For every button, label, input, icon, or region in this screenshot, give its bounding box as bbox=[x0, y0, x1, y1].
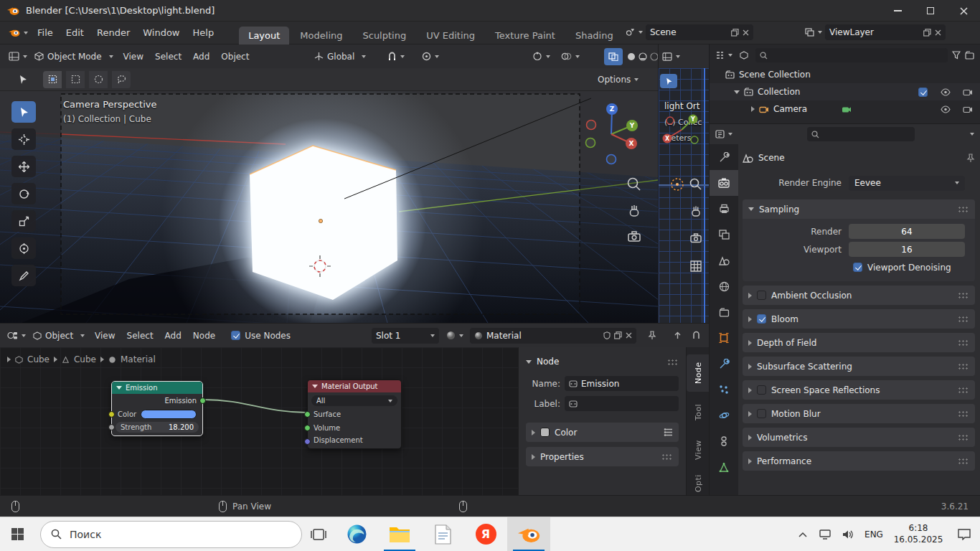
emission-node[interactable]: Emission Emission Color Strength 18.200 bbox=[111, 381, 203, 436]
copy-icon[interactable] bbox=[923, 29, 931, 37]
outliner-search-field[interactable] bbox=[755, 48, 948, 62]
viewport-menu-add[interactable]: Add bbox=[187, 52, 215, 62]
material-output-node[interactable]: Material Output All Surface Volume bbox=[307, 380, 402, 449]
panel-grip-icon[interactable] bbox=[958, 434, 969, 441]
fake-user-shield-icon[interactable] bbox=[603, 331, 611, 339]
subsurface-scattering-panel[interactable]: Subsurface Scattering bbox=[743, 357, 975, 376]
viewlayer-browse-icon[interactable] bbox=[805, 24, 822, 40]
active-tool-icon[interactable] bbox=[19, 75, 29, 85]
tab-tool[interactable]: Tool bbox=[687, 396, 710, 429]
viewport-menu-select[interactable]: Select bbox=[149, 52, 187, 62]
overlays-dropdown[interactable] bbox=[561, 52, 580, 61]
performance-panel[interactable]: Performance bbox=[743, 451, 975, 471]
sampling-viewport-field[interactable]: 16 bbox=[849, 242, 965, 257]
tab-viewlayer-properties[interactable] bbox=[710, 222, 738, 248]
sampling-render-field[interactable]: 64 bbox=[849, 224, 965, 239]
proportional-edit-toggle[interactable] bbox=[422, 52, 439, 61]
shading-solid-icon[interactable] bbox=[627, 52, 636, 61]
shader-menu-select[interactable]: Select bbox=[121, 331, 159, 341]
outliner-row-collection[interactable]: Collection bbox=[710, 83, 980, 100]
expand-icon[interactable] bbox=[751, 106, 755, 112]
shading-material-icon[interactable] bbox=[639, 52, 647, 61]
snap-toggle[interactable] bbox=[387, 52, 405, 61]
color-input-socket[interactable] bbox=[108, 411, 115, 418]
camera-view-icon[interactable] bbox=[689, 232, 703, 246]
preset-menu-icon[interactable] bbox=[664, 428, 673, 436]
hide-eye-icon[interactable] bbox=[941, 88, 951, 96]
tab-modifier-properties[interactable] bbox=[710, 351, 738, 377]
pin-icon[interactable] bbox=[966, 154, 975, 163]
workspace-tab-shading[interactable]: Shading bbox=[566, 27, 623, 44]
tab-view[interactable]: View bbox=[687, 433, 710, 466]
viewlayer-selector[interactable]: ViewLayer bbox=[825, 24, 946, 40]
properties-search-field[interactable] bbox=[807, 127, 915, 141]
panel-grip-icon[interactable] bbox=[958, 410, 969, 417]
move-tool[interactable] bbox=[11, 156, 36, 177]
tab-constraint-properties[interactable] bbox=[710, 428, 738, 454]
shader-type-selector[interactable]: Object bbox=[29, 331, 89, 341]
panel-grip-icon[interactable] bbox=[958, 458, 969, 464]
panel-grip-icon[interactable] bbox=[958, 206, 969, 212]
snap-icon[interactable] bbox=[692, 331, 701, 340]
viewport-3d-scene[interactable]: Z Y X bbox=[0, 91, 658, 323]
tray-chevron-icon[interactable] bbox=[792, 517, 814, 551]
editor-type-button[interactable] bbox=[6, 52, 30, 61]
panel-grip-icon[interactable] bbox=[958, 292, 969, 298]
taskbar-app-notepad[interactable] bbox=[421, 517, 464, 551]
strength-field[interactable]: Strength 18.200 bbox=[116, 422, 199, 433]
side-viewport-canvas[interactable]: light Ort (1) Collec Meters Y X bbox=[659, 68, 709, 323]
tray-speaker-icon[interactable] bbox=[837, 517, 859, 551]
scene-selector[interactable]: Scene bbox=[646, 24, 753, 40]
zoom-icon[interactable] bbox=[689, 177, 703, 192]
node-label-field[interactable] bbox=[565, 396, 679, 411]
hide-eye-icon[interactable] bbox=[941, 105, 951, 113]
node-name-field[interactable]: Emission bbox=[565, 376, 679, 391]
viewport-menu-view[interactable]: View bbox=[118, 52, 149, 62]
material-browse-button[interactable] bbox=[446, 331, 463, 340]
disable-render-camera-icon[interactable] bbox=[963, 88, 973, 96]
transform-tool[interactable] bbox=[11, 237, 36, 259]
bloom-panel[interactable]: Bloom bbox=[743, 309, 975, 329]
collection-checkbox[interactable] bbox=[918, 88, 928, 97]
show-gizmo-dropdown[interactable] bbox=[532, 52, 550, 61]
task-view-button[interactable] bbox=[302, 517, 335, 551]
use-nodes-checkbox[interactable]: Use Nodes bbox=[231, 331, 291, 341]
render-engine-dropdown[interactable]: Eevee bbox=[849, 176, 965, 191]
emission-output-socket[interactable] bbox=[199, 397, 206, 404]
tab-scene-properties[interactable] bbox=[710, 248, 738, 273]
panel-grip-icon[interactable] bbox=[661, 453, 673, 460]
notification-center-button[interactable] bbox=[948, 517, 980, 551]
color-panel-header[interactable]: Color bbox=[526, 423, 679, 442]
tab-world-properties[interactable] bbox=[710, 273, 738, 299]
collapse-icon[interactable] bbox=[116, 386, 122, 390]
breadcrumb-object[interactable]: Cube bbox=[27, 354, 50, 364]
tab-physics-properties[interactable] bbox=[710, 402, 738, 428]
maximize-button[interactable] bbox=[914, 0, 947, 22]
outliner-row-camera[interactable]: Camera bbox=[710, 100, 980, 118]
color-swatch[interactable] bbox=[540, 428, 550, 437]
app-menu-button[interactable] bbox=[6, 28, 31, 37]
chevron-down-icon[interactable] bbox=[970, 133, 974, 136]
ambient-occlusion-checkbox[interactable] bbox=[757, 291, 766, 300]
panel-grip-icon[interactable] bbox=[958, 387, 969, 393]
copy-icon[interactable] bbox=[614, 331, 622, 339]
select-mode-circle[interactable] bbox=[89, 71, 108, 88]
color-swatch[interactable] bbox=[141, 410, 197, 419]
workspace-tab-sculpting[interactable]: Sculpting bbox=[353, 27, 415, 44]
taskbar-search-box[interactable]: Поиск bbox=[40, 521, 302, 548]
options-dropdown[interactable]: Options bbox=[598, 75, 639, 85]
output-target-dropdown[interactable]: All bbox=[311, 395, 397, 406]
ssr-checkbox[interactable] bbox=[757, 385, 766, 395]
workspace-tab-texture-paint[interactable]: Texture Paint bbox=[486, 27, 565, 44]
taskbar-app-explorer[interactable] bbox=[378, 517, 421, 551]
close-icon[interactable] bbox=[935, 29, 941, 36]
ambient-occlusion-panel[interactable]: Ambient Occlusion bbox=[743, 286, 975, 305]
side-viewport-header[interactable] bbox=[659, 44, 709, 68]
editor-type-button[interactable] bbox=[715, 130, 732, 138]
tray-clock[interactable]: 6:18 16.05.2025 bbox=[888, 517, 948, 551]
pin-icon[interactable] bbox=[648, 331, 656, 340]
tray-network-icon[interactable] bbox=[814, 517, 837, 551]
annotate-tool[interactable] bbox=[11, 265, 36, 286]
screen-space-reflections-panel[interactable]: Screen Space Reflections bbox=[743, 380, 975, 400]
xray-toggle[interactable] bbox=[604, 48, 623, 65]
